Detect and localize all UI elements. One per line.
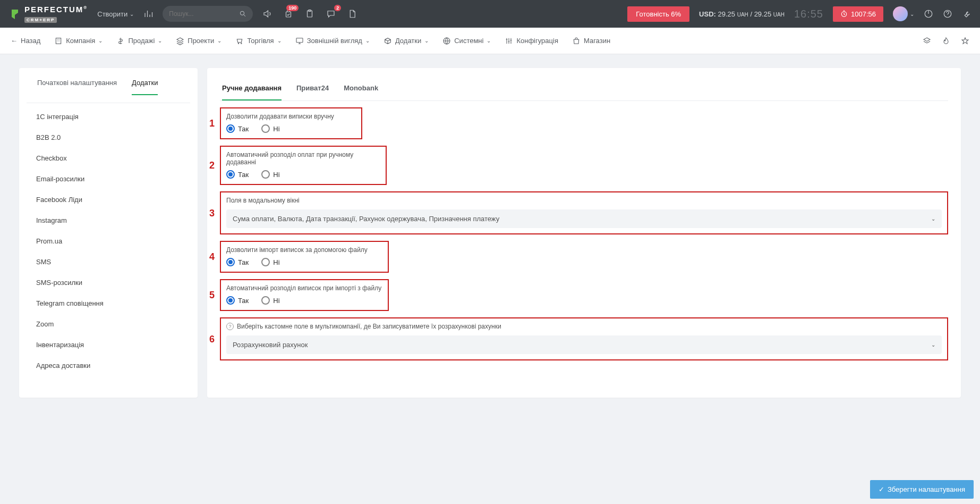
wrench-icon[interactable] (962, 9, 972, 19)
help-icon[interactable]: ? (226, 323, 234, 330)
sidebar-item[interactable]: Email-розсилки (19, 169, 198, 189)
select-value: Сума оплати, Валюта, Дата транзакції, Ра… (233, 215, 499, 223)
annotation-number: 3 (209, 207, 215, 219)
file-icon[interactable] (347, 9, 357, 19)
help-icon[interactable] (943, 9, 952, 19)
nav-projects[interactable]: Проекти⌄ (176, 37, 221, 45)
radio-yes[interactable]: Так (226, 258, 249, 266)
sound-icon[interactable] (262, 9, 272, 19)
radio-yes[interactable]: Так (226, 124, 249, 133)
nav-label: Проекти (188, 37, 214, 45)
tab-privat24[interactable]: Приват24 (296, 79, 329, 100)
field-allow-file-import: 4 Дозволити імпорт виписок за допомогою … (220, 241, 389, 273)
nav-label: Магазин (584, 37, 610, 45)
select-value: Розрахунковий рахунок (233, 341, 308, 349)
search-input-wrapper[interactable] (163, 6, 253, 22)
nav-trade[interactable]: Торгівля⌄ (235, 37, 281, 45)
nav-sales[interactable]: Продажі⌄ (116, 37, 162, 45)
field-label: Автоматичний розподіл виписок при імпорт… (226, 284, 382, 292)
tab-monobank[interactable]: Monobank (344, 79, 378, 100)
nav-back[interactable]: ← Назад (11, 37, 40, 45)
usd-prefix: USD: (699, 10, 716, 18)
sidebar-item[interactable]: B2B 2.0 (19, 127, 198, 148)
field-modal-fields: 3 Поля в модальному вікні Сума оплати, В… (220, 191, 948, 234)
chevron-down-icon: ⌄ (98, 38, 103, 44)
monitor-icon (295, 37, 304, 45)
chat-icon[interactable]: 2 (326, 9, 336, 19)
flame-icon[interactable] (942, 37, 950, 45)
cart-icon[interactable]: 190 (284, 9, 293, 19)
field-label: Автоматичний розподіл оплат при ручному … (226, 151, 380, 166)
sidebar-tab-initial[interactable]: Початкові налаштування (37, 79, 117, 95)
stack-icon[interactable] (923, 37, 931, 45)
nav-shop[interactable]: Магазин (572, 37, 610, 45)
timer-icon (840, 10, 848, 18)
star-icon[interactable] (961, 37, 969, 45)
chevron-down-icon: ⌄ (217, 38, 221, 44)
clipboard-icon[interactable] (305, 9, 314, 19)
chevron-down-icon: ⌄ (910, 11, 914, 17)
uah-2: UAH (773, 12, 785, 18)
modal-fields-select[interactable]: Сума оплати, Валюта, Дата транзакції, Ра… (226, 209, 942, 228)
sidebar-item[interactable]: Інвентаризація (19, 334, 198, 355)
nav-label: Продажі (128, 37, 155, 45)
user-menu[interactable]: ⌄ (893, 6, 914, 21)
chart-icon[interactable] (143, 9, 153, 19)
radio-label: Так (238, 125, 249, 133)
radio-no[interactable]: Ні (261, 296, 279, 305)
nav-config[interactable]: Конфігурація (505, 37, 558, 45)
uah-1: UAH (737, 12, 748, 18)
tab-manual[interactable]: Ручне додавання (222, 79, 282, 100)
nav-label: Системні (454, 37, 483, 45)
timer-button[interactable]: 1007:56 (833, 6, 883, 22)
radio-yes[interactable]: Так (226, 296, 249, 305)
radio-yes[interactable]: Так (226, 170, 249, 179)
radio-label: Ні (273, 297, 279, 305)
nav-label: Додатки (395, 37, 421, 45)
readiness-button[interactable]: Готовність 6% (627, 6, 689, 22)
nav-company[interactable]: Компанія⌄ (54, 37, 103, 45)
sidebar-item[interactable]: Instagram (19, 210, 198, 231)
search-input[interactable] (169, 10, 239, 18)
sidebar-item[interactable]: SMS-розсилки (19, 272, 198, 293)
sidebar-item[interactable]: Telegram сповіщення (19, 293, 198, 314)
dollar-icon (116, 37, 125, 45)
sliders-icon (505, 37, 513, 45)
sidebar-item[interactable]: Zoom (19, 314, 198, 334)
sidebar-tab-addons[interactable]: Додатки (132, 79, 158, 95)
navbar-right-icons (923, 37, 969, 45)
field-label: Поля в модальному вікні (226, 197, 942, 204)
radio-no[interactable]: Ні (261, 170, 279, 179)
nav-appearance[interactable]: Зовнішній вигляд⌄ (295, 37, 370, 45)
sidebar-item[interactable]: Адреса доставки (19, 355, 198, 376)
topbar-icon-group: 190 2 (262, 9, 357, 19)
chat-badge: 2 (334, 5, 341, 11)
nav-system[interactable]: Системні⌄ (442, 37, 491, 45)
sidebar-item[interactable]: Checkbox (19, 148, 198, 169)
annotation-number: 2 (209, 160, 215, 171)
chevron-down-icon: ⌄ (365, 38, 370, 44)
logo-text: PERFECTUM (24, 5, 83, 14)
radio-no[interactable]: Ні (261, 124, 279, 133)
field-label: Дозволити додавати виписки вручну (226, 113, 356, 120)
field-auto-distribute-import: 5 Автоматичний розподіл виписок при імпо… (220, 279, 389, 311)
radio-no[interactable]: Ні (261, 258, 279, 266)
arrow-left-icon: ← (11, 37, 18, 45)
custom-field-select[interactable]: Розрахунковий рахунок ⌄ (226, 335, 942, 354)
power-icon[interactable] (924, 9, 933, 19)
clock: 16:55 (794, 8, 823, 20)
nav-addons[interactable]: Додатки⌄ (384, 37, 429, 45)
create-dropdown[interactable]: Створити ⌄ (97, 10, 134, 18)
sidebar-item[interactable]: SMS (19, 251, 198, 272)
create-label: Створити (97, 10, 127, 18)
sidebar-item[interactable]: Prom.ua (19, 231, 198, 251)
layers-icon (176, 37, 184, 45)
logo[interactable]: PERFECTUM® CRM+ERP (8, 5, 88, 23)
sidebar-item[interactable]: 1С інтеграція (19, 106, 198, 127)
annotation-number: 1 (209, 118, 215, 129)
slash: / (748, 10, 754, 18)
radio-label: Так (238, 171, 249, 179)
chevron-down-icon: ⌄ (130, 11, 134, 17)
chevron-down-icon: ⌄ (931, 216, 935, 222)
sidebar-item[interactable]: Facebook Ліди (19, 189, 198, 210)
